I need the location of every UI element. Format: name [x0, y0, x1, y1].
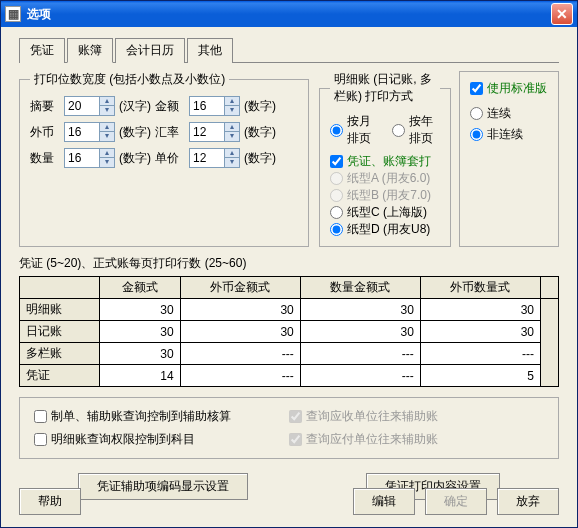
scrollbar-placeholder — [541, 277, 559, 299]
input-rate[interactable] — [189, 122, 225, 142]
legend-print-width: 打印位数宽度 (包括小数点及小数位) — [30, 71, 229, 88]
tab-bar: 凭证 账簿 会计日历 其他 — [19, 37, 559, 63]
spin-down-icon[interactable]: ▾ — [100, 132, 114, 141]
check-aux-control[interactable]: 制单、辅助账查询控制到辅助核算 — [34, 408, 289, 425]
radio-paper-a: 纸型A (用友6.0) — [330, 170, 440, 187]
edit-button[interactable]: 编辑 — [353, 488, 415, 515]
scrollbar[interactable] — [541, 299, 559, 387]
close-icon[interactable]: ✕ — [551, 3, 573, 25]
input-price[interactable] — [189, 148, 225, 168]
radio-by-month[interactable]: 按月排页 — [330, 113, 378, 147]
unit-digit: (数字) — [244, 124, 276, 141]
label-price: 单价 — [155, 150, 185, 167]
unit-digit: (数字) — [244, 150, 276, 167]
lines-table-section: 凭证 (5~20)、正式账每页打印行数 (25~60) 金额式 外币金额式 数量… — [19, 255, 559, 387]
radio-paper-b: 纸型B (用友7.0) — [330, 187, 440, 204]
fieldset-standard: 使用标准版 连续 非连续 — [459, 71, 559, 247]
label-summary: 摘要 — [30, 98, 60, 115]
check-ar-aux: 查询应收单位往来辅助账 — [289, 408, 544, 425]
spin-down-icon[interactable]: ▾ — [225, 106, 239, 115]
label-qty: 数量 — [30, 150, 60, 167]
titlebar: ▦ 选项 ✕ — [1, 1, 577, 27]
help-button[interactable]: 帮助 — [19, 488, 81, 515]
query-options: 制单、辅助账查询控制到辅助核算 明细账查询权限控制到科目 查询应收单位往来辅助账… — [19, 397, 559, 459]
check-ap-aux: 查询应付单位往来辅助账 — [289, 431, 544, 448]
radio-by-year[interactable]: 按年排页 — [392, 113, 440, 147]
unit-digit: (数字) — [119, 124, 151, 141]
fieldset-detail-print: 明细账 (日记账, 多栏账) 打印方式 按月排页 按年排页 凭证、账簿套打 纸型… — [319, 71, 451, 247]
check-use-standard[interactable]: 使用标准版 — [470, 80, 548, 97]
window-title: 选项 — [27, 6, 51, 23]
table-row: 多栏账30--------- — [20, 343, 559, 365]
tab-ledger[interactable]: 账簿 — [67, 38, 113, 63]
unit-digit: (数字) — [244, 98, 276, 115]
tab-voucher[interactable]: 凭证 — [19, 38, 65, 63]
app-icon: ▦ — [5, 6, 21, 22]
input-qty[interactable] — [64, 148, 100, 168]
ok-button[interactable]: 确定 — [425, 488, 487, 515]
table-caption: 凭证 (5~20)、正式账每页打印行数 (25~60) — [19, 255, 559, 272]
radio-paper-c[interactable]: 纸型C (上海版) — [330, 204, 440, 221]
spin-down-icon[interactable]: ▾ — [100, 106, 114, 115]
radio-continuous[interactable]: 连续 — [470, 105, 548, 122]
check-set-print[interactable]: 凭证、账簿套打 — [330, 153, 440, 170]
table-row: 凭证14------5 — [20, 365, 559, 387]
tab-calendar[interactable]: 会计日历 — [115, 38, 185, 63]
spin-down-icon[interactable]: ▾ — [100, 158, 114, 167]
input-amount[interactable] — [189, 96, 225, 116]
fieldset-print-width: 打印位数宽度 (包括小数点及小数位) 摘要 ▴▾ (汉字) 金额 ▴▾ (数字)… — [19, 71, 309, 247]
legend-detail: 明细账 (日记账, 多栏账) 打印方式 — [330, 71, 440, 105]
label-amount: 金额 — [155, 98, 185, 115]
spin-down-icon[interactable]: ▾ — [225, 158, 239, 167]
cancel-button[interactable]: 放弃 — [497, 488, 559, 515]
unit-digit: (数字) — [119, 150, 151, 167]
table-header-row: 金额式 外币金额式 数量金额式 外币数量式 — [20, 277, 559, 299]
table-row: 日记账30303030 — [20, 321, 559, 343]
tab-other[interactable]: 其他 — [187, 38, 233, 63]
label-rate: 汇率 — [155, 124, 185, 141]
input-fcur[interactable] — [64, 122, 100, 142]
label-fcur: 外币 — [30, 124, 60, 141]
unit-hanzi: (汉字) — [119, 98, 151, 115]
table-row: 明细账30303030 — [20, 299, 559, 321]
options-window: ▦ 选项 ✕ 凭证 账簿 会计日历 其他 打印位数宽度 (包括小数点及小数位) … — [0, 0, 578, 528]
lines-table: 金额式 外币金额式 数量金额式 外币数量式 明细账30303030 日记账303… — [19, 276, 559, 387]
input-summary[interactable] — [64, 96, 100, 116]
spin-down-icon[interactable]: ▾ — [225, 132, 239, 141]
radio-paper-d[interactable]: 纸型D (用友U8) — [330, 221, 440, 238]
radio-noncontinuous[interactable]: 非连续 — [470, 126, 548, 143]
check-detail-perm[interactable]: 明细账查询权限控制到科目 — [34, 431, 289, 448]
